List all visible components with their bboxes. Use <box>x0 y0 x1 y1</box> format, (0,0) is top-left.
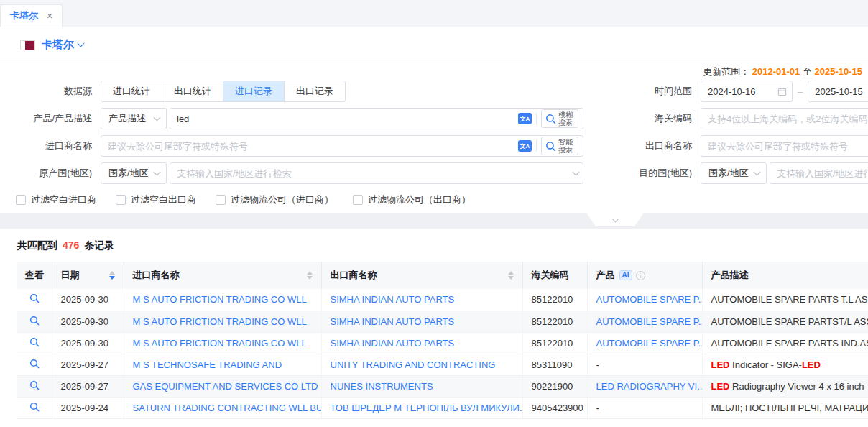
checkbox-filter-logistics-exporter[interactable]: 过滤物流公司（出口商） <box>353 193 471 206</box>
filter-row-importer: 进口商名称 文A 智能搜索 出口商名称 <box>0 135 868 157</box>
sort-control[interactable] <box>502 271 514 280</box>
importer-search-field[interactable]: 文A 智能搜索 <box>101 135 583 157</box>
datasource-import-records-button[interactable]: 进口记录 <box>223 81 285 102</box>
exporter-field[interactable] <box>701 135 868 157</box>
smart-search-button[interactable]: 智能搜索 <box>541 137 578 155</box>
importer-link[interactable]: M S AUTO FRICTION TRADING CO WLL <box>133 316 307 327</box>
importer-label: 进口商名称 <box>0 139 92 152</box>
datasource-export-stats-button[interactable]: 出口统计 <box>162 81 223 102</box>
origin-region-select[interactable]: 国家/地区 <box>101 162 167 184</box>
view-row-button[interactable] <box>17 311 52 332</box>
destination-country-field[interactable] <box>770 162 868 184</box>
update-range-to: 2025-10-15 <box>815 66 863 77</box>
page-title[interactable]: 卡塔尔 <box>42 38 74 52</box>
cell-importer: M S TECHNOSAFE TRADING AND <box>124 354 321 375</box>
chevron-down-icon <box>754 169 761 176</box>
importer-link[interactable]: M S AUTO FRICTION TRADING CO WLL <box>133 338 307 349</box>
date-end-input[interactable] <box>808 82 868 101</box>
cell-product: LED RADIOGRAPHY VI... <box>587 375 702 397</box>
tab-close-icon[interactable]: × <box>47 11 52 21</box>
exporter-link[interactable]: NUNES INSTRUMENTS <box>331 381 433 392</box>
importer-search-input[interactable] <box>101 137 518 155</box>
date-end-field[interactable] <box>808 81 868 102</box>
cell-hs-code: 9405423900 <box>522 397 587 418</box>
hs-code-field[interactable] <box>701 108 868 129</box>
exporter-input[interactable] <box>701 137 868 155</box>
column-header-importer[interactable]: 进口商名称 <box>124 262 321 289</box>
checkbox-icon[interactable] <box>353 195 363 205</box>
checkbox-filter-logistics-importer[interactable]: 过滤物流公司（进口商） <box>216 193 333 206</box>
description-text: Radiography Viewer 4 x 16 inch <box>730 381 864 392</box>
importer-link[interactable]: M S TECHNOSAFE TRADING AND <box>133 359 282 370</box>
cell-hs-code: 85311090 <box>522 354 587 375</box>
sort-control[interactable] <box>301 271 313 280</box>
cell-product-description: LED Radiography Viewer 4 x 16 inch <box>702 375 868 397</box>
collapse-filters-handle[interactable] <box>586 213 644 226</box>
exporter-link[interactable]: SIMHA INDIAN AUTO PARTS <box>331 338 455 349</box>
importer-link[interactable]: SATURN TRADING CONTRACTING WLL BUI... <box>133 403 322 413</box>
destination-region-select[interactable]: 国家/地区 <box>701 162 767 184</box>
checkbox-label: 过滤空白进口商 <box>31 193 96 206</box>
description-text: AUTOMOBILE SPARE PARTS IND.ASS... <box>711 338 868 349</box>
product-type-select[interactable]: 产品描述 <box>101 108 167 129</box>
info-icon[interactable]: i <box>636 271 645 280</box>
checkbox-icon[interactable] <box>216 195 226 205</box>
panel-gap-band <box>0 213 868 229</box>
checkbox-label: 过滤空白出口商 <box>131 193 196 206</box>
product-link[interactable]: AUTOMOBILE SPARE P... <box>596 316 703 327</box>
exporter-link[interactable]: SIMHA INDIAN AUTO PARTS <box>331 316 455 327</box>
date-range-separator: – <box>798 86 803 97</box>
cell-exporter: SIMHA INDIAN AUTO PARTS <box>321 332 522 354</box>
datasource-import-stats-button[interactable]: 进口统计 <box>101 81 162 102</box>
translate-icon[interactable]: 文A <box>518 113 532 124</box>
product-link[interactable]: AUTOMOBILE SPARE P... <box>596 294 703 305</box>
cell-product-description: AUTOMOBILE SPARE PARTS IND.ASS... <box>702 332 868 354</box>
column-header-exporter[interactable]: 出口商名称 <box>321 262 522 289</box>
exporter-link[interactable]: UNITY TRADING AND CONTRACTING <box>331 359 496 370</box>
destination-country-input[interactable] <box>770 164 868 183</box>
smart-search-label: 智能搜索 <box>558 138 574 154</box>
table-row: 2025-09-27M S TECHNOSAFE TRADING ANDUNIT… <box>17 354 868 375</box>
cell-product-description: AUTOMOBILE SPARE PARTS T.L ASSY ... <box>702 289 868 311</box>
sort-control[interactable] <box>103 271 115 280</box>
checkbox-filter-blank-exporter[interactable]: 过滤空白出口商 <box>116 193 196 206</box>
product-search-input[interactable] <box>170 109 518 128</box>
cell-product: AUTOMOBILE SPARE P... <box>587 289 702 311</box>
origin-country-input[interactable] <box>170 164 573 183</box>
exporter-link[interactable]: SIMHA INDIAN AUTO PARTS <box>331 294 455 305</box>
product-link[interactable]: LED RADIOGRAPHY VI... <box>596 381 703 392</box>
chevron-down-icon[interactable] <box>78 40 85 47</box>
datasource-export-records-button[interactable]: 出口记录 <box>284 81 346 102</box>
view-row-button[interactable] <box>17 354 52 375</box>
fuzzy-search-button[interactable]: 模糊搜索 <box>541 109 578 128</box>
description-text: AUTOMOBILE SPARE PARTST/L ASSY ... <box>711 316 868 327</box>
hs-code-input[interactable] <box>701 109 868 128</box>
view-row-button[interactable] <box>17 375 52 397</box>
view-row-button[interactable] <box>17 332 52 354</box>
column-header-date[interactable]: 日期 <box>52 262 124 289</box>
title-row: 卡塔尔 <box>0 27 868 63</box>
view-magnifier-icon <box>29 359 40 369</box>
cell-exporter: UNITY TRADING AND CONTRACTING <box>321 354 522 375</box>
origin-country-field[interactable] <box>170 162 583 184</box>
importer-link[interactable]: GAS EQUIPMENT AND SERVICES CO LTD <box>133 381 318 392</box>
table-row: 2025-09-30M S AUTO FRICTION TRADING CO W… <box>17 332 868 354</box>
divider <box>536 140 537 152</box>
checkbox-icon[interactable] <box>116 195 126 205</box>
filter-row-datasource: 数据源 进口统计 出口统计 进口记录 出口记录 时间范围 – <box>0 81 868 102</box>
date-start-field[interactable] <box>701 81 793 102</box>
importer-link[interactable]: M S AUTO FRICTION TRADING CO WLL <box>133 294 307 305</box>
qatar-flag-icon <box>20 40 35 50</box>
table-row: 2025-09-27GAS EQUIPMENT AND SERVICES CO … <box>17 375 868 397</box>
product-link[interactable]: AUTOMOBILE SPARE P... <box>596 338 703 349</box>
product-search-field[interactable]: 文A 模糊搜索 <box>170 108 583 129</box>
tab-qatar[interactable]: 卡塔尔 × <box>0 4 63 27</box>
update-range-label: 更新范围： <box>703 66 749 77</box>
exporter-link[interactable]: ТОВ ШРЕДЕР М ТЕРНОПІЛЬ ВУЛ МИКУЛИ... <box>331 403 523 413</box>
view-row-button[interactable] <box>17 289 52 311</box>
date-start-input[interactable] <box>701 82 777 101</box>
view-row-button[interactable] <box>17 397 52 418</box>
translate-icon[interactable]: 文A <box>518 140 532 152</box>
checkbox-icon[interactable] <box>16 195 26 205</box>
checkbox-filter-blank-importer[interactable]: 过滤空白进口商 <box>16 193 96 206</box>
